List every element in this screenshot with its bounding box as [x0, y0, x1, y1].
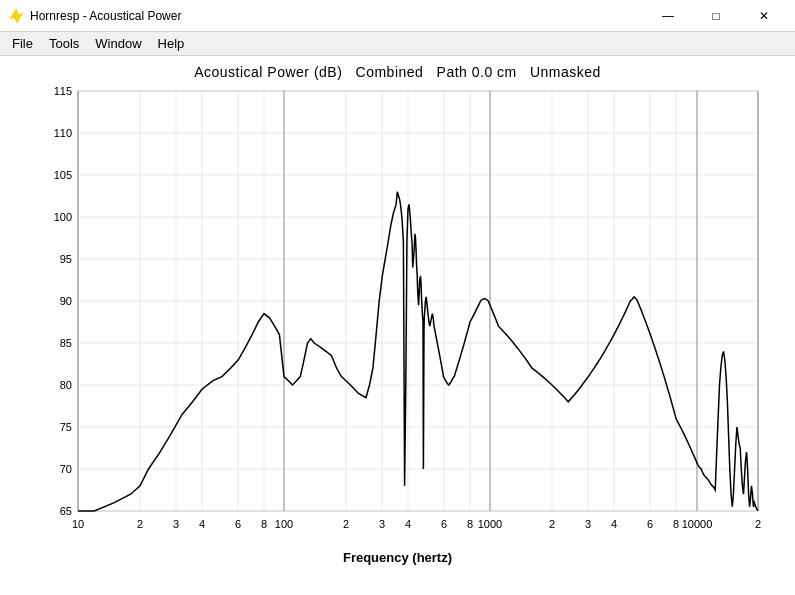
svg-text:2: 2	[754, 518, 760, 530]
svg-text:8: 8	[466, 518, 472, 530]
svg-text:2: 2	[136, 518, 142, 530]
svg-text:110: 110	[53, 127, 71, 139]
svg-text:105: 105	[53, 169, 71, 181]
svg-text:90: 90	[59, 295, 71, 307]
svg-text:10: 10	[71, 518, 83, 530]
svg-text:8: 8	[260, 518, 266, 530]
svg-text:2: 2	[342, 518, 348, 530]
chart-container: Acoustical Power (dB) Combined Path 0.0 …	[0, 56, 795, 595]
svg-text:10000: 10000	[681, 518, 712, 530]
title-bar: Hornresp - Acoustical Power — □ ✕	[0, 0, 795, 32]
app-icon	[8, 8, 24, 24]
svg-text:100: 100	[274, 518, 292, 530]
svg-marker-0	[10, 9, 23, 23]
chart-svg: 115 110 105 100 95 90 85 80 75 70 65	[28, 86, 768, 546]
menu-window[interactable]: Window	[87, 34, 149, 53]
svg-text:6: 6	[234, 518, 240, 530]
svg-text:6: 6	[646, 518, 652, 530]
svg-text:75: 75	[59, 421, 71, 433]
svg-text:100: 100	[53, 211, 71, 223]
menu-help[interactable]: Help	[150, 34, 193, 53]
window-controls: — □ ✕	[645, 2, 787, 30]
svg-text:3: 3	[378, 518, 384, 530]
svg-text:8: 8	[672, 518, 678, 530]
minimize-button[interactable]: —	[645, 2, 691, 30]
svg-text:6: 6	[440, 518, 446, 530]
svg-text:80: 80	[59, 379, 71, 391]
chart-title-path: Path 0.0 cm Unmasked	[423, 64, 600, 80]
svg-text:4: 4	[198, 518, 204, 530]
svg-text:70: 70	[59, 463, 71, 475]
x-axis-label: Frequency (hertz)	[343, 550, 452, 565]
chart-title-combined: Combined	[356, 64, 424, 80]
chart-title-main: Acoustical Power (dB)	[194, 64, 355, 80]
menu-tools[interactable]: Tools	[41, 34, 87, 53]
svg-text:4: 4	[404, 518, 410, 530]
svg-text:85: 85	[59, 337, 71, 349]
svg-text:1000: 1000	[477, 518, 501, 530]
menu-bar: File Tools Window Help	[0, 32, 795, 56]
close-button[interactable]: ✕	[741, 2, 787, 30]
maximize-button[interactable]: □	[693, 2, 739, 30]
svg-text:3: 3	[584, 518, 590, 530]
window-title: Hornresp - Acoustical Power	[30, 9, 181, 23]
chart-area: 115 110 105 100 95 90 85 80 75 70 65	[28, 86, 768, 546]
svg-text:3: 3	[172, 518, 178, 530]
svg-text:4: 4	[610, 518, 616, 530]
svg-text:65: 65	[59, 505, 71, 517]
svg-text:95: 95	[59, 253, 71, 265]
svg-text:2: 2	[548, 518, 554, 530]
svg-text:115: 115	[53, 86, 71, 97]
chart-title: Acoustical Power (dB) Combined Path 0.0 …	[194, 64, 601, 80]
menu-file[interactable]: File	[4, 34, 41, 53]
